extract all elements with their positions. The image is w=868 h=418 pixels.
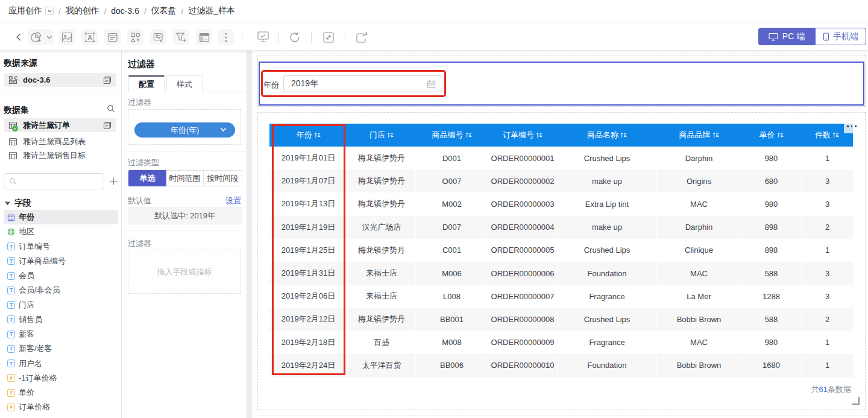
- svg-text:A: A: [87, 34, 92, 41]
